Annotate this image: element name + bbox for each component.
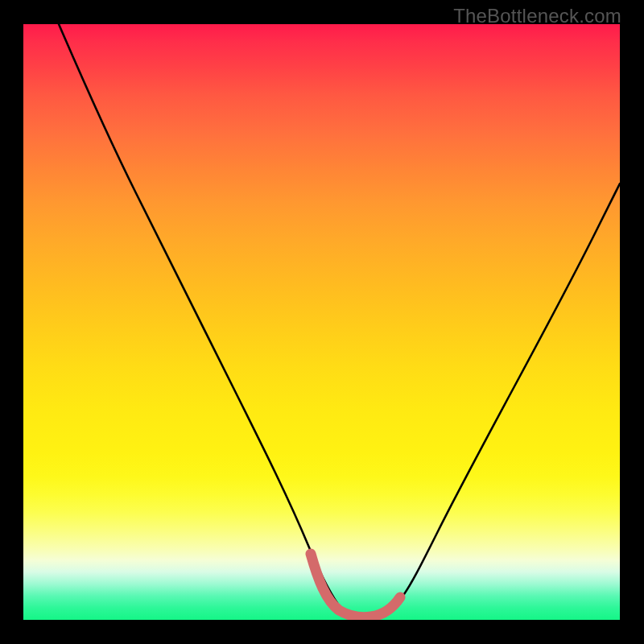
watermark-text: TheBottleneck.com: [453, 5, 621, 27]
chart-overlay-svg: [23, 24, 620, 620]
trough-marker: [311, 554, 400, 617]
chart-frame: TheBottleneck.com: [0, 0, 644, 644]
chart-plot-area: [23, 24, 620, 620]
curve-line: [59, 24, 620, 616]
